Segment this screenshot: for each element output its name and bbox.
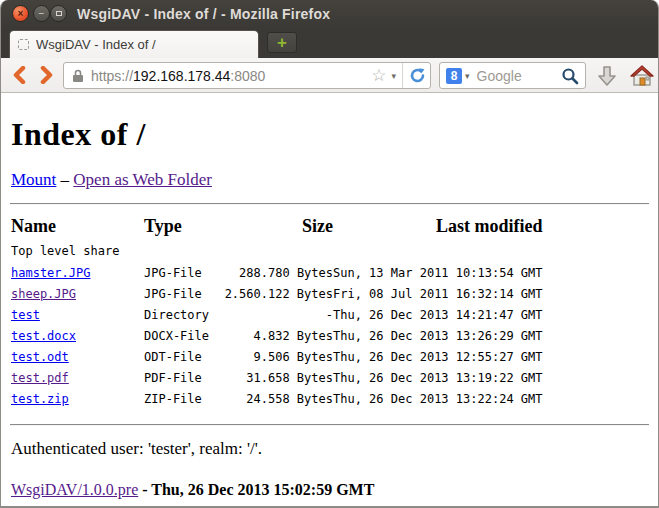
file-modified: Thu, 26 Dec 2013 13:26:29 GMT: [333, 326, 543, 347]
table-row: test.docx DOCX-File 4.832 Bytes Thu, 26 …: [11, 326, 543, 347]
back-button[interactable]: [7, 64, 31, 86]
file-modified: Fri, 08 Jul 2011 16:32:14 GMT: [333, 284, 543, 305]
nav-separator: –: [56, 170, 73, 189]
page-nav-links: Mount – Open as Web Folder: [11, 170, 649, 190]
search-box[interactable]: 8 ▾ Google: [439, 62, 586, 89]
file-size: 24.558 Bytes: [223, 389, 333, 410]
url-host: 192.168.178.44: [133, 68, 230, 84]
google-logo-icon: 8: [446, 68, 462, 84]
file-type: Directory: [144, 305, 223, 326]
window-maximize-button[interactable]: [50, 5, 67, 22]
url-scheme: https://: [91, 68, 133, 84]
file-type: JPG-File: [144, 263, 223, 284]
table-row: test.zip ZIP-File 24.558 Bytes Thu, 26 D…: [11, 389, 543, 410]
home-button[interactable]: [629, 64, 655, 88]
server-footer: WsgiDAV/1.0.0.pre - Thu, 26 Dec 2013 15:…: [11, 481, 649, 499]
column-header-size: Size: [223, 214, 333, 242]
favicon-placeholder-icon: [18, 39, 29, 50]
url-bar[interactable]: https://192.168.178.44:8080 ☆ ▾: [63, 62, 431, 89]
file-type: DOCX-File: [144, 326, 223, 347]
file-size: 288.780 Bytes: [223, 263, 333, 284]
table-row: test Directory - Thu, 26 Dec 2013 14:21:…: [11, 305, 543, 326]
downloads-button[interactable]: [595, 64, 619, 88]
file-link[interactable]: test.docx: [11, 329, 76, 343]
page-content: Index of / Mount – Open as Web Folder Na…: [1, 94, 658, 506]
file-size: -: [223, 305, 333, 326]
file-type: ZIP-File: [144, 389, 223, 410]
column-header-type: Type: [144, 214, 223, 242]
search-input[interactable]: Google: [477, 68, 561, 84]
bottom-divider: [10, 424, 649, 426]
lock-icon: [72, 69, 84, 83]
file-link[interactable]: test.odt: [11, 350, 69, 364]
table-row: test.odt ODT-File 9.506 Bytes Thu, 26 De…: [11, 347, 543, 368]
file-type: JPG-File: [144, 284, 223, 305]
forward-button[interactable]: [35, 64, 59, 86]
file-size: 4.832 Bytes: [223, 326, 333, 347]
column-header-modified: Last modified: [333, 214, 543, 242]
file-modified: Thu, 26 Dec 2013 13:19:22 GMT: [333, 368, 543, 389]
urlbar-dropdown-icon[interactable]: ▾: [391, 71, 396, 81]
file-size: 9.506 Bytes: [223, 347, 333, 368]
file-modified: Thu, 26 Dec 2013 13:22:24 GMT: [333, 389, 543, 410]
search-magnifier-icon[interactable]: [561, 67, 579, 85]
file-link[interactable]: hamster.JPG: [11, 266, 90, 280]
forward-chevron-icon: [40, 66, 54, 84]
table-row: sheep.JPG JPG-File 2.560.122 Bytes Fri, …: [11, 284, 543, 305]
table-row: test.pdf PDF-File 31.658 Bytes Thu, 26 D…: [11, 368, 543, 389]
page-title: Index of /: [11, 116, 649, 153]
file-link[interactable]: test.zip: [11, 392, 69, 406]
file-modified: Sun, 13 Mar 2011 10:13:54 GMT: [333, 263, 543, 284]
file-link[interactable]: sheep.JPG: [11, 287, 76, 301]
server-timestamp: - Thu, 26 Dec 2013 15:02:59 GMT: [138, 481, 374, 498]
window-title: WsgiDAV - Index of / - Mozilla Firefox: [77, 6, 330, 22]
tab-wsgidav[interactable]: WsgiDAV - Index of /: [9, 30, 259, 58]
window-titlebar[interactable]: × − WsgiDAV - Index of / - Mozilla Firef…: [1, 0, 658, 28]
file-type: ODT-File: [144, 347, 223, 368]
table-header-row: Name Type Size Last modified: [11, 214, 543, 242]
home-icon: [629, 64, 655, 88]
navigation-toolbar: https://192.168.178.44:8080 ☆ ▾ 8 ▾ Goog…: [1, 58, 658, 93]
browser-window: × − WsgiDAV - Index of / - Mozilla Firef…: [0, 0, 659, 508]
download-arrow-icon: [595, 64, 619, 88]
new-tab-button[interactable]: +: [267, 32, 297, 53]
column-header-name: Name: [11, 214, 144, 242]
file-link[interactable]: test.pdf: [11, 371, 69, 385]
mount-link[interactable]: Mount: [11, 170, 56, 189]
open-as-web-folder-link[interactable]: Open as Web Folder: [73, 170, 212, 189]
share-label: Top level share: [11, 242, 543, 263]
reload-button[interactable]: [402, 63, 426, 88]
tab-strip: WsgiDAV - Index of / +: [1, 28, 658, 58]
file-size: 31.658 Bytes: [223, 368, 333, 389]
reload-icon: [409, 67, 426, 84]
search-engine-dropdown-icon[interactable]: ▾: [465, 71, 470, 81]
window-minimize-button[interactable]: −: [33, 5, 50, 22]
bookmark-star-icon[interactable]: ☆: [371, 65, 386, 86]
file-table-body: Top level share hamster.JPG JPG-File 288…: [11, 242, 543, 410]
wsgidav-version-link[interactable]: WsgiDAV/1.0.0.pre: [11, 481, 138, 498]
file-modified: Thu, 26 Dec 2013 14:21:47 GMT: [333, 305, 543, 326]
file-table: Name Type Size Last modified Top level s…: [11, 214, 543, 410]
url-text[interactable]: https://192.168.178.44:8080: [91, 68, 369, 84]
top-divider: [10, 203, 649, 205]
maximize-icon: [56, 11, 62, 16]
table-row: hamster.JPG JPG-File 288.780 Bytes Sun, …: [11, 263, 543, 284]
url-port: :8080: [230, 68, 265, 84]
file-modified: Thu, 26 Dec 2013 12:55:27 GMT: [333, 347, 543, 368]
back-chevron-icon: [12, 66, 26, 84]
file-link[interactable]: test: [11, 308, 40, 322]
file-size: 2.560.122 Bytes: [223, 284, 333, 305]
file-type: PDF-File: [144, 368, 223, 389]
auth-status-text: Authenticated user: 'tester', realm: '/'…: [11, 439, 649, 459]
share-label-row: Top level share: [11, 242, 543, 263]
tab-label: WsgiDAV - Index of /: [36, 37, 156, 52]
window-close-button[interactable]: ×: [12, 5, 29, 22]
